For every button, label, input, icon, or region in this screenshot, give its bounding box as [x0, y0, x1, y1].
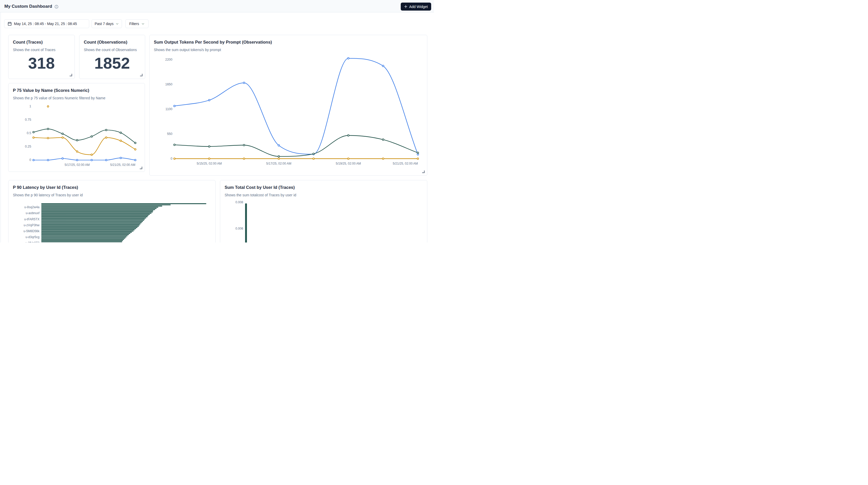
- chart-bar: [41, 241, 122, 242]
- data-point-marker: [382, 158, 384, 159]
- data-point-marker: [208, 146, 210, 147]
- chart-bar: [41, 210, 153, 211]
- data-point-marker: [33, 131, 34, 133]
- widget-title: Count (Traces): [13, 40, 43, 44]
- data-point-marker: [76, 140, 78, 141]
- data-point-marker: [134, 142, 136, 144]
- data-point-marker: [347, 58, 349, 59]
- plus-icon: [404, 5, 407, 8]
- chart-label: 5/21/25, 02:00 AM: [393, 162, 418, 165]
- chart-label: 1: [29, 105, 31, 108]
- data-point-marker: [105, 137, 107, 138]
- count-observations-value: 1852: [80, 55, 145, 71]
- chart-bar: [41, 216, 148, 217]
- chart-bar: [41, 222, 142, 223]
- chart-bar: [41, 223, 141, 224]
- resize-handle-icon[interactable]: [422, 170, 425, 173]
- chart-bar: [41, 231, 133, 231]
- chart-bar: [41, 206, 162, 206]
- chart-label: 0.25: [25, 145, 31, 148]
- chart-label: 550: [167, 132, 172, 136]
- chart-label: 1100: [165, 107, 172, 111]
- widget-title: Count (Observations): [84, 40, 127, 44]
- data-point-marker: [174, 158, 175, 159]
- count-traces-value: 318: [8, 55, 74, 71]
- chart-label: 5/19/25, 02:00 AM: [336, 162, 361, 165]
- data-point-marker: [313, 158, 314, 159]
- data-point-marker: [33, 137, 34, 138]
- chart-bar: [41, 209, 155, 210]
- add-widget-button[interactable]: Add Widget: [401, 3, 431, 10]
- data-point-marker: [134, 149, 136, 150]
- chart-label: 1650: [165, 83, 172, 86]
- resize-handle-icon[interactable]: [140, 166, 142, 169]
- chevron-down-icon: [141, 22, 145, 26]
- chart-bar: [41, 234, 129, 235]
- chart-bar: [41, 237, 126, 237]
- data-point-marker: [382, 65, 384, 67]
- chart-label: u-zVqP3hw: [24, 223, 40, 227]
- page-title: My Custom Dashboard: [4, 4, 52, 9]
- chart-bar: [41, 221, 143, 222]
- filters-label: Filters: [129, 22, 139, 26]
- chart-label: 0.75: [25, 118, 31, 122]
- info-icon[interactable]: [55, 5, 58, 8]
- chart-bar: [41, 227, 137, 228]
- chart-bar: [41, 204, 171, 205]
- chart-bar: [41, 207, 158, 207]
- chart-bar: [41, 228, 136, 229]
- chart-bar: [41, 217, 146, 218]
- chart-label: 0.5: [27, 131, 31, 135]
- data-point-marker: [134, 159, 136, 161]
- data-point-marker: [120, 132, 121, 133]
- data-point-marker: [91, 136, 92, 137]
- chart-bar: [41, 203, 206, 204]
- data-point-marker: [278, 156, 279, 157]
- data-point-marker: [91, 159, 92, 161]
- chevron-down-icon: [116, 22, 119, 26]
- chart-bar: [41, 220, 144, 220]
- chart-label: 5/17/25, 02:00 AM: [64, 163, 90, 166]
- chart-label: 5/15/25, 02:00 AM: [196, 162, 221, 165]
- data-point-marker: [417, 158, 418, 159]
- data-point-marker: [278, 145, 279, 146]
- chart-label: 5/21/25, 02:00 AM: [110, 163, 135, 166]
- chart-bar: [41, 214, 150, 215]
- data-point-marker: [76, 151, 78, 152]
- widget-total-cost: Sum Total Cost by User Id (Traces) Shows…: [220, 180, 427, 243]
- data-point-marker: [62, 137, 63, 138]
- data-point-marker: [62, 158, 63, 159]
- data-point-marker: [47, 159, 49, 161]
- date-range-picker[interactable]: May 14, 25 : 08:45 - May 21, 25 : 08:45: [4, 19, 89, 28]
- page-header: My Custom Dashboard Add Widget: [0, 0, 434, 12]
- filters-dropdown[interactable]: Filters: [125, 19, 149, 28]
- widget-count-observations: Count (Observations) Shows the count of …: [79, 35, 145, 79]
- line-chart-tokens-by-prompt: 05501100165022005/15/25, 02:00 AM5/17/25…: [150, 35, 428, 176]
- data-point-marker: [382, 139, 384, 140]
- calendar-icon: [8, 22, 11, 26]
- chart-label: 5/17/25, 02:00 AM: [266, 162, 291, 165]
- chart-bar: [41, 235, 128, 236]
- resize-handle-icon[interactable]: [140, 73, 143, 77]
- data-point-marker: [208, 99, 210, 101]
- data-point-marker: [91, 154, 92, 156]
- data-point-marker: [278, 158, 279, 159]
- chart-bar: [41, 215, 149, 216]
- chart-bar: [41, 238, 125, 238]
- chart-label: u-d3qr5cg: [26, 235, 39, 239]
- data-point-marker: [174, 105, 175, 107]
- data-point-marker: [120, 140, 121, 142]
- line-chart-p75-by-name: 00.250.50.7515/17/25, 02:00 AM5/21/25, 0…: [8, 83, 145, 172]
- resize-handle-icon[interactable]: [69, 73, 72, 77]
- chart-bar: [41, 233, 130, 234]
- widget-tokens-by-prompt: Sum Output Tokens Per Second by Prompt (…: [149, 35, 427, 176]
- chart-label: 0: [29, 158, 31, 162]
- data-point-marker: [47, 106, 49, 107]
- range-preset-select[interactable]: Past 7 days: [92, 19, 122, 28]
- chart-line: [174, 58, 418, 154]
- chart-label: u-8sq2w4a: [24, 205, 39, 209]
- widget-subtitle: Shows the count of Traces: [13, 48, 56, 52]
- date-range-value: May 14, 25 : 08:45 - May 21, 25 : 08:45: [14, 22, 77, 26]
- data-point-marker: [243, 158, 245, 159]
- chart-bar: [41, 213, 152, 213]
